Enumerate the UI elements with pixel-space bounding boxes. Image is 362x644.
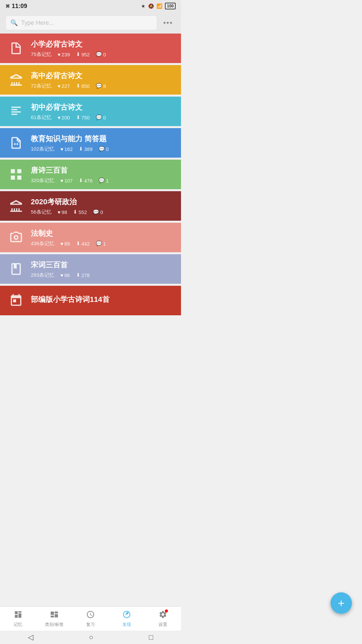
card-title: 唐诗三百首 [31,165,174,175]
comment-count: 💬1 [96,240,106,247]
list-item[interactable]: 部编版小学古诗词114首 [0,286,181,315]
memory-count: 436条记忆 [31,240,54,247]
memory-count: 61条记忆 [31,114,52,121]
list-item[interactable]: 小学必背古诗文 75条记忆♥239⬇952💬0 [0,34,181,63]
search-input-wrap[interactable]: 🔍 Type Here... [5,15,157,30]
card-meta: 56条记忆♥98⬇552💬0 [31,209,174,215]
search-icon: 🔍 [10,19,18,26]
download-count: ⬇750 [76,114,90,120]
like-count: ♥200 [58,115,70,120]
card-icon [7,133,25,152]
like-count: ♥239 [58,52,70,57]
like-count: ♥86 [60,272,70,278]
clock-display: 11:09 [12,3,27,10]
list-item[interactable]: 教育知识与能力 简答题 102条记忆♥162⬇389💬0 [0,128,181,158]
card-meta: 293条记忆♥86⬇278 [31,272,174,278]
download-count: ⬇552 [73,209,87,215]
like-count: ♥227 [58,83,70,89]
memory-count: 102条记忆 [31,146,54,152]
card-icon [7,260,25,278]
memory-count: 293条记忆 [31,272,54,278]
card-meta: 61条记忆♥200⬇750💬0 [31,114,174,121]
status-time: ✖ 11:09 [5,3,27,10]
comment-count: 💬8 [96,83,106,89]
download-count: ⬇442 [76,240,90,247]
like-count: ♥162 [60,146,73,152]
card-icon [7,197,25,215]
card-title: 高中必背古诗文 [31,71,174,81]
card-icon [7,39,25,58]
card-title: 部编版小学古诗词114首 [31,294,174,305]
download-count: ⬇278 [76,272,90,278]
card-meta: 75条记忆♥239⬇952💬0 [31,51,174,58]
card-meta: 436条记忆♥89⬇442💬1 [31,240,174,247]
like-count: ♥98 [58,209,67,215]
battery-indicator: 100 [165,3,176,9]
card-meta: 320条记忆♥107⬇476💬1 [31,177,174,184]
card-meta: 102条记忆♥162⬇389💬0 [31,146,174,152]
notification-icon: 🔕 [148,3,154,9]
card-title: 宋词三百首 [31,260,174,270]
card-icon [7,228,25,247]
card-icon [7,70,25,89]
card-title: 教育知识与能力 简答题 [31,134,174,144]
card-icon [7,102,25,121]
list-item[interactable]: 法制史 436条记忆♥89⬇442💬1 [0,223,181,252]
memory-count: 320条记忆 [31,177,54,184]
list-item[interactable]: 高中必背古诗文 72条记忆♥227⬇850💬8 [0,65,181,95]
like-count: ♥107 [60,178,73,183]
card-title: 法制史 [31,228,174,238]
card-icon [7,165,25,184]
download-count: ⬇952 [76,51,90,57]
download-count: ⬇389 [79,146,93,152]
card-meta: 72条记忆♥227⬇850💬8 [31,83,174,89]
list-item[interactable]: 初中必背古诗文 61条记忆♥200⬇750💬0 [0,97,181,126]
memory-count: 56条记忆 [31,209,52,215]
comment-count: 💬1 [99,177,109,183]
status-bar: ✖ 11:09 ★ 🔕 📶 100 [0,0,181,12]
list-item[interactable]: 唐诗三百首 320条记忆♥107⬇476💬1 [0,160,181,189]
comment-count: 💬0 [99,146,109,152]
memory-count: 75条记忆 [31,51,52,58]
like-count: ♥89 [60,241,70,247]
memory-count: 72条记忆 [31,83,52,89]
bluetooth-icon: ★ [141,3,145,9]
search-placeholder: Type Here... [21,19,54,26]
card-title: 小学必背古诗文 [31,39,174,49]
comment-count: 💬0 [93,209,103,215]
card-icon [7,291,25,310]
download-count: ⬇850 [76,83,90,89]
more-options-button[interactable]: ••• [161,17,176,29]
card-title: 2020考研政治 [31,197,174,207]
comment-count: 💬0 [96,114,106,120]
list-item[interactable]: 2020考研政治 56条记忆♥98⬇552💬0 [0,191,181,221]
search-bar: 🔍 Type Here... ••• [0,12,181,34]
download-count: ⬇476 [79,177,93,183]
list-item[interactable]: 宋词三百首 293条记忆♥86⬇278 [0,254,181,284]
cards-container: 小学必背古诗文 75条记忆♥239⬇952💬0 高中必背古诗文 72条记忆♥22… [0,34,181,342]
card-title: 初中必背古诗文 [31,102,174,112]
status-icons: ★ 🔕 📶 100 [141,3,176,9]
wifi-icon: 📶 [157,3,162,9]
comment-count: 💬0 [96,51,106,57]
